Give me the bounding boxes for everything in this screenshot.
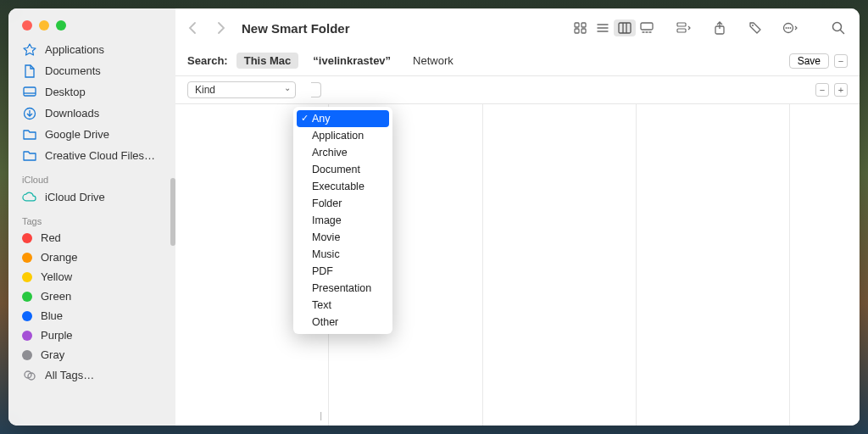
sidebar-item-label: Green	[41, 290, 71, 303]
svg-rect-9	[641, 23, 653, 30]
kind-option-movie[interactable]: Movie	[293, 229, 392, 246]
finder-window: ApplicationsDocumentsDesktopDownloadsGoo…	[8, 8, 860, 426]
tags-button[interactable]	[746, 19, 765, 36]
doc-icon	[22, 64, 36, 78]
downloads-icon	[22, 106, 36, 120]
svg-rect-4	[575, 23, 579, 27]
svg-point-17	[790, 27, 792, 29]
sidebar-tag-gray[interactable]: Gray	[8, 345, 175, 364]
tag-color-dot	[22, 350, 32, 360]
nav-forward-button[interactable]	[216, 21, 226, 35]
sidebar-item-desktop[interactable]: Desktop	[8, 81, 175, 103]
sidebar-item-creative-cloud-files-[interactable]: Creative Cloud Files…	[8, 145, 175, 166]
kind-option-archive[interactable]: Archive	[293, 144, 392, 161]
svg-point-15	[786, 27, 787, 29]
sidebar-section-tags: Tags	[8, 208, 175, 228]
svg-rect-7	[581, 29, 586, 33]
all-tags-icon	[22, 368, 36, 382]
search-scope-bar: Search: This Mac“ivelinkrastev”Network S…	[175, 47, 860, 76]
kind-option-music[interactable]: Music	[293, 246, 392, 263]
sidebar-tag-blue[interactable]: Blue	[8, 306, 175, 326]
window-controls	[8, 8, 175, 31]
remove-criteria-button[interactable]: −	[815, 83, 829, 97]
sidebar-item-label: Red	[41, 231, 61, 244]
sidebar-item-label: Creative Cloud Files…	[45, 149, 155, 162]
kind-option-image[interactable]: Image	[293, 212, 392, 229]
kind-option-application[interactable]: Application	[293, 127, 392, 144]
kind-option-pdf[interactable]: PDF	[293, 263, 392, 280]
sidebar-item-label: Yellow	[41, 270, 72, 283]
kind-option-folder[interactable]: Folder	[293, 195, 392, 212]
sidebar-item-label: Gray	[41, 348, 64, 361]
search-scope-network[interactable]: Network	[405, 53, 461, 69]
kind-option-executable[interactable]: Executable	[293, 178, 392, 195]
kind-option-text[interactable]: Text	[293, 297, 392, 314]
sidebar-tag-green[interactable]: Green	[8, 287, 175, 306]
search-label: Search:	[187, 54, 228, 67]
minimize-window-button[interactable]	[39, 20, 49, 31]
search-button[interactable]	[829, 19, 848, 36]
criteria-field-dropdown[interactable]: Kind	[187, 81, 296, 98]
tag-color-dot	[22, 311, 32, 321]
list-view-button[interactable]	[592, 19, 614, 36]
svg-point-13	[752, 25, 754, 26]
group-by-button[interactable]	[675, 19, 693, 36]
sidebar-item-applications[interactable]: Applications	[8, 39, 175, 60]
icon-view-button[interactable]	[570, 19, 592, 36]
sidebar-item-google-drive[interactable]: Google Drive	[8, 124, 175, 145]
sidebar-item-all-tags[interactable]: All Tags…	[8, 364, 175, 386]
main-pane: New Smart Folder Search: This Mac“ivelin…	[175, 8, 860, 426]
zoom-window-button[interactable]	[56, 20, 66, 31]
column-resize-handle[interactable]: ||	[320, 411, 320, 420]
sidebar-item-label: Applications	[45, 43, 104, 56]
svg-rect-6	[575, 29, 579, 33]
sidebar-item-downloads[interactable]: Downloads	[8, 103, 175, 124]
folder-icon	[22, 127, 36, 142]
search-scope-thismac[interactable]: This Mac	[236, 53, 299, 69]
svg-rect-11	[677, 29, 686, 32]
kind-option-other[interactable]: Other	[293, 314, 392, 331]
apps-icon	[22, 42, 36, 57]
sidebar-item-documents[interactable]: Documents	[8, 60, 175, 81]
sidebar-list: ApplicationsDocumentsDesktopDownloadsGoo…	[8, 31, 175, 426]
sidebar-item-icloud-drive[interactable]: iCloud Drive	[8, 186, 175, 208]
sidebar-item-label: iCloud Drive	[45, 191, 105, 203]
sidebar-item-label: Desktop	[45, 86, 86, 98]
svg-rect-0	[24, 87, 36, 96]
kind-option-any[interactable]: Any	[297, 110, 389, 127]
close-window-button[interactable]	[22, 20, 32, 31]
tag-color-dot	[22, 331, 32, 341]
sidebar-item-label: Blue	[41, 309, 63, 322]
save-search-button[interactable]: Save	[789, 53, 829, 69]
sidebar-section-icloud: iCloud	[8, 166, 175, 186]
add-criteria-button[interactable]: +	[834, 83, 848, 97]
sidebar-item-label: Purple	[41, 329, 73, 342]
search-scope-ivelinkrastev[interactable]: “ivelinkrastev”	[305, 53, 398, 69]
sidebar-item-label: Documents	[45, 64, 101, 77]
sidebar-tag-red[interactable]: Red	[8, 228, 175, 248]
sidebar-item-label: Orange	[41, 251, 77, 264]
folder-icon	[22, 148, 36, 163]
add-criteria-collapse-button[interactable]: −	[834, 54, 848, 68]
tag-color-dot	[22, 233, 32, 243]
sidebar-item-label: Google Drive	[45, 128, 109, 141]
criteria-value-dropdown-edge[interactable]	[311, 82, 321, 97]
sidebar-tag-purple[interactable]: Purple	[8, 326, 175, 345]
sidebar-item-label: Downloads	[45, 107, 99, 120]
nav-back-button[interactable]	[187, 21, 198, 35]
view-switcher	[570, 19, 658, 36]
svg-rect-8	[619, 23, 631, 33]
svg-rect-10	[677, 23, 686, 26]
share-button[interactable]	[710, 19, 729, 36]
results-column-view: ||	[175, 104, 860, 426]
kind-option-document[interactable]: Document	[293, 161, 392, 178]
criteria-row: Kind − +	[175, 76, 860, 104]
kind-dropdown-menu: AnyApplicationArchiveDocumentExecutableF…	[293, 107, 392, 334]
svg-rect-5	[581, 23, 586, 27]
sidebar-tag-orange[interactable]: Orange	[8, 248, 175, 267]
column-view-button[interactable]	[614, 19, 636, 36]
sidebar-tag-yellow[interactable]: Yellow	[8, 267, 175, 287]
action-button[interactable]	[782, 19, 800, 36]
gallery-view-button[interactable]	[636, 19, 658, 36]
kind-option-presentation[interactable]: Presentation	[293, 280, 392, 297]
